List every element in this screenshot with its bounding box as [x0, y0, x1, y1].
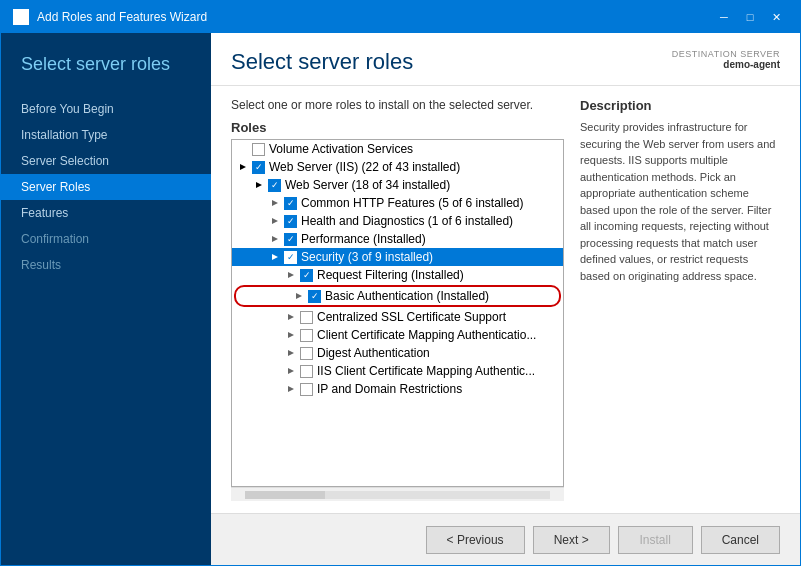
checkbox-6[interactable]: ✓: [284, 251, 297, 264]
sidebar-item-server-selection[interactable]: Server Selection: [1, 148, 211, 174]
main-header: Select server roles DESTINATION SERVER d…: [211, 33, 800, 86]
expand-icon-9[interactable]: [284, 310, 298, 324]
sidebar-item-before-you-begin[interactable]: Before You Begin: [1, 96, 211, 122]
checkbox-13[interactable]: [300, 383, 313, 396]
expand-icon-13[interactable]: [284, 382, 298, 396]
content-area: Select server roles Before You Begin Ins…: [1, 33, 800, 565]
role-item-13[interactable]: IP and Domain Restrictions: [232, 380, 563, 398]
description-text: Security provides infrastructure for sec…: [580, 119, 780, 284]
app-icon: [13, 9, 29, 25]
horiz-scrollbar-thumb: [245, 491, 325, 499]
sidebar-item-confirmation: Confirmation: [1, 226, 211, 252]
role-item-4[interactable]: ✓Health and Diagnostics (1 of 6 installe…: [232, 212, 563, 230]
svg-marker-10: [296, 293, 302, 299]
expand-icon-2[interactable]: [252, 178, 266, 192]
description-title: Description: [580, 98, 780, 113]
svg-marker-4: [256, 182, 262, 188]
sidebar: Select server roles Before You Begin Ins…: [1, 33, 211, 565]
role-label-6: Security (3 of 9 installed): [301, 250, 433, 264]
expand-icon-7[interactable]: [284, 268, 298, 282]
next-button[interactable]: Next >: [533, 526, 610, 554]
title-bar-controls: ─ □ ✕: [712, 8, 788, 26]
role-label-7: Request Filtering (Installed): [317, 268, 464, 282]
expand-icon-3[interactable]: [268, 196, 282, 210]
role-item-0[interactable]: Volume Activation Services: [232, 140, 563, 158]
role-label-1: Web Server (IIS) (22 of 43 installed): [269, 160, 460, 174]
role-label-4: Health and Diagnostics (1 of 6 installed…: [301, 214, 513, 228]
role-item-3[interactable]: ✓Common HTTP Features (5 of 6 installed): [232, 194, 563, 212]
sidebar-item-server-roles[interactable]: Server Roles: [1, 174, 211, 200]
role-item-5[interactable]: ✓Performance (Installed): [232, 230, 563, 248]
checkbox-5[interactable]: ✓: [284, 233, 297, 246]
minimize-button[interactable]: ─: [712, 8, 736, 26]
main-panel: Select server roles DESTINATION SERVER d…: [211, 33, 800, 565]
expand-icon-4[interactable]: [268, 214, 282, 228]
expand-icon-6[interactable]: [268, 250, 282, 264]
install-button[interactable]: Install: [618, 526, 693, 554]
roles-list-container: Volume Activation Services✓Web Server (I…: [231, 139, 564, 487]
description-panel: Description Security provides infrastruc…: [580, 98, 780, 501]
checkbox-10[interactable]: [300, 329, 313, 342]
checkbox-0[interactable]: [252, 143, 265, 156]
svg-marker-9: [288, 272, 294, 278]
main-window: Add Roles and Features Wizard ─ □ ✕ Sele…: [0, 0, 801, 566]
previous-button[interactable]: < Previous: [426, 526, 525, 554]
role-item-10[interactable]: Client Certificate Mapping Authenticatio…: [232, 326, 563, 344]
svg-marker-8: [272, 254, 278, 260]
role-label-12: IIS Client Certificate Mapping Authentic…: [317, 364, 535, 378]
title-bar: Add Roles and Features Wizard ─ □ ✕: [1, 1, 800, 33]
role-label-10: Client Certificate Mapping Authenticatio…: [317, 328, 536, 342]
role-item-9[interactable]: Centralized SSL Certificate Support: [232, 308, 563, 326]
role-item-2[interactable]: ✓Web Server (18 of 34 installed): [232, 176, 563, 194]
checkbox-4[interactable]: ✓: [284, 215, 297, 228]
instruction-text: Select one or more roles to install on t…: [231, 98, 564, 112]
cancel-button[interactable]: Cancel: [701, 526, 780, 554]
checkbox-3[interactable]: ✓: [284, 197, 297, 210]
checkbox-1[interactable]: ✓: [252, 161, 265, 174]
roles-list[interactable]: Volume Activation Services✓Web Server (I…: [232, 140, 563, 486]
svg-marker-14: [288, 368, 294, 374]
role-label-0: Volume Activation Services: [269, 142, 413, 156]
role-item-12[interactable]: IIS Client Certificate Mapping Authentic…: [232, 362, 563, 380]
expand-icon-12[interactable]: [284, 364, 298, 378]
role-label-5: Performance (Installed): [301, 232, 426, 246]
role-item-6[interactable]: ✓Security (3 of 9 installed): [232, 248, 563, 266]
window-title: Add Roles and Features Wizard: [37, 10, 207, 24]
expand-icon-8[interactable]: [292, 289, 306, 303]
role-label-13: IP and Domain Restrictions: [317, 382, 462, 396]
checkbox-11[interactable]: [300, 347, 313, 360]
expand-icon-10[interactable]: [284, 328, 298, 342]
sidebar-item-installation-type[interactable]: Installation Type: [1, 122, 211, 148]
svg-marker-7: [272, 236, 278, 242]
expand-icon-5[interactable]: [268, 232, 282, 246]
role-item-8[interactable]: ✓Basic Authentication (Installed): [234, 285, 561, 307]
expand-icon-11[interactable]: [284, 346, 298, 360]
role-label-3: Common HTTP Features (5 of 6 installed): [301, 196, 524, 210]
title-bar-left: Add Roles and Features Wizard: [13, 9, 207, 25]
checkbox-8[interactable]: ✓: [308, 290, 321, 303]
expand-icon-0[interactable]: [236, 142, 250, 156]
svg-marker-12: [288, 332, 294, 338]
horiz-scrollbar[interactable]: [231, 487, 564, 501]
role-item-7[interactable]: ✓Request Filtering (Installed): [232, 266, 563, 284]
role-label-8: Basic Authentication (Installed): [325, 289, 489, 303]
sidebar-item-results: Results: [1, 252, 211, 278]
close-button[interactable]: ✕: [764, 8, 788, 26]
checkbox-2[interactable]: ✓: [268, 179, 281, 192]
horiz-scrollbar-track: [245, 491, 550, 499]
destination-name: demo-agent: [672, 59, 780, 70]
expand-icon-1[interactable]: [236, 160, 250, 174]
role-label-2: Web Server (18 of 34 installed): [285, 178, 450, 192]
checkbox-7[interactable]: ✓: [300, 269, 313, 282]
page-title: Select server roles: [231, 49, 413, 75]
sidebar-item-features[interactable]: Features: [1, 200, 211, 226]
restore-button[interactable]: □: [738, 8, 762, 26]
svg-marker-15: [288, 386, 294, 392]
footer: < Previous Next > Install Cancel: [211, 513, 800, 565]
checkbox-9[interactable]: [300, 311, 313, 324]
role-item-11[interactable]: Digest Authentication: [232, 344, 563, 362]
roles-label: Roles: [231, 120, 564, 135]
checkbox-12[interactable]: [300, 365, 313, 378]
destination-label: DESTINATION SERVER: [672, 49, 780, 59]
role-item-1[interactable]: ✓Web Server (IIS) (22 of 43 installed): [232, 158, 563, 176]
